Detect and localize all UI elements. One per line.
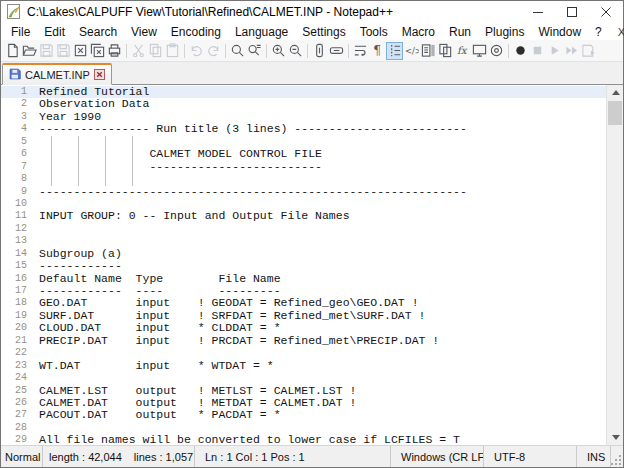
code-tags-icon: </>	[404, 43, 419, 58]
editor-line-21[interactable]: 21PRECIP.DAT input ! PRCDAT = Refined_me…	[1, 335, 606, 347]
menu-item-language[interactable]: Language	[228, 24, 295, 40]
editor-line-18[interactable]: 18GEO.DAT input ! GEODAT = Refined_geo\G…	[1, 297, 606, 309]
sync-scroll-horizontal-icon	[329, 43, 344, 58]
toolbar-separator	[508, 44, 509, 58]
copy-button	[147, 42, 164, 60]
cut-button	[130, 42, 147, 60]
menu-item-search[interactable]: Search	[72, 24, 124, 40]
line-text: ------------	[31, 260, 606, 272]
editor-line-27[interactable]: 27PACOUT.DAT output * PACDAT = *	[1, 409, 606, 421]
save-all-icon	[56, 43, 71, 58]
close-all-documents-button[interactable]	[89, 42, 106, 60]
function-list-button[interactable]: fx	[454, 42, 471, 60]
toolbar-separator	[348, 44, 349, 58]
line-number: 18	[1, 297, 31, 309]
open-file-button[interactable]	[21, 42, 38, 60]
editor-line-6[interactable]: 6 CALMET MODEL CONTROL FILE	[1, 148, 606, 160]
editor-lines: 1Refined Tutorial2Observation Data3Year …	[1, 86, 606, 445]
tab-bar: CALMET.INP	[1, 62, 623, 85]
indent-guide-line	[51, 148, 52, 160]
status-lines: lines : 1,057	[134, 451, 193, 463]
title-bar: C:\Lakes\CALPUFF View\Tutorial\Refined\C…	[1, 1, 623, 23]
line-number: 8	[1, 173, 31, 185]
show-indent-guide-button[interactable]	[386, 42, 403, 60]
document-map-button[interactable]	[420, 42, 437, 60]
record-macro-button[interactable]	[512, 42, 529, 60]
menubar-close-button[interactable]: X	[609, 26, 624, 38]
editor-line-7[interactable]: 7 -------------------------	[1, 161, 606, 173]
new-file-button[interactable]	[4, 42, 21, 60]
editor-line-22[interactable]: 22	[1, 347, 606, 359]
find-button[interactable]	[229, 42, 246, 60]
editor-line-29[interactable]: 29All file names will be converted to lo…	[1, 434, 606, 445]
line-text: CLOUD.DAT input * CLDDAT = *	[31, 322, 606, 334]
minimize-button[interactable]	[521, 1, 555, 23]
menu-item-window[interactable]: Window	[531, 24, 588, 40]
editor-line-4[interactable]: 4---------------- Run title (3 lines) --…	[1, 123, 606, 135]
monitoring-button[interactable]	[471, 42, 488, 60]
text-editor[interactable]: 1Refined Tutorial2Observation Data3Year …	[1, 85, 623, 445]
sync-scroll-vertical-button[interactable]	[311, 42, 328, 60]
menu-item-view[interactable]: View	[124, 24, 164, 40]
word-wrap-button[interactable]	[352, 42, 369, 60]
editor-line-2[interactable]: 2Observation Data	[1, 98, 606, 110]
menu-item-plugins[interactable]: Plugins	[478, 24, 531, 40]
copy-icon	[148, 43, 163, 58]
editor-line-11[interactable]: 11INPUT GROUP: 0 -- Input and Output Fil…	[1, 210, 606, 222]
paste-icon	[165, 43, 180, 58]
editor-line-24[interactable]: 24	[1, 372, 606, 384]
line-number: 12	[1, 223, 31, 235]
maximize-button[interactable]	[555, 1, 589, 23]
indent-guide-line	[132, 173, 133, 185]
menu-item-edit[interactable]: Edit	[37, 24, 72, 40]
line-number: 5	[1, 136, 31, 148]
print-button[interactable]	[106, 42, 123, 60]
menu-item-macro[interactable]: Macro	[395, 24, 442, 40]
redo-button	[205, 42, 222, 60]
show-all-characters-button[interactable]: ¶	[369, 42, 386, 60]
replace-icon	[247, 43, 262, 58]
line-number: 2	[1, 98, 31, 110]
notepad-plus-plus-app-icon	[6, 4, 22, 20]
editor-line-9[interactable]: 9---------------------------------------…	[1, 186, 606, 198]
menu-item-tools[interactable]: Tools	[353, 24, 395, 40]
maximize-icon	[567, 7, 577, 17]
close-button[interactable]	[589, 1, 623, 23]
line-number: 28	[1, 422, 31, 434]
editor-line-23[interactable]: 23WT.DAT input * WTDAT = *	[1, 360, 606, 372]
editor-line-13[interactable]: 13	[1, 235, 606, 247]
document-list-button[interactable]	[437, 42, 454, 60]
close-document-button[interactable]	[72, 42, 89, 60]
tab-close-icon[interactable]	[94, 66, 105, 84]
zoom-in-button[interactable]	[270, 42, 287, 60]
line-text: PRECIP.DAT input ! PRCDAT = Refined_met\…	[31, 335, 606, 347]
menu-item-help[interactable]: ?	[588, 24, 609, 40]
line-number: 15	[1, 260, 31, 272]
menu-item-settings[interactable]: Settings	[295, 24, 352, 40]
menu-item-file[interactable]: File	[4, 24, 37, 40]
line-number: 24	[1, 372, 31, 384]
editor-line-12[interactable]: 12	[1, 223, 606, 235]
replace-button[interactable]	[246, 42, 263, 60]
window-title: C:\Lakes\CALPUFF View\Tutorial\Refined\C…	[27, 5, 521, 19]
menu-item-encoding[interactable]: Encoding	[164, 24, 228, 40]
aperture-icon	[489, 43, 504, 58]
resize-grip[interactable]	[611, 446, 623, 467]
vertical-scrollbar[interactable]	[606, 85, 623, 445]
scroll-up-button[interactable]	[607, 85, 623, 100]
line-number: 3	[1, 111, 31, 123]
code-tags-button[interactable]: </>	[403, 42, 420, 60]
sync-scroll-horizontal-button[interactable]	[328, 42, 345, 60]
aperture-button[interactable]	[488, 42, 505, 60]
zoom-out-icon	[288, 43, 303, 58]
scroll-down-button[interactable]	[607, 430, 623, 445]
status-encoding: UTF-8	[484, 446, 577, 467]
editor-line-15[interactable]: 15------------	[1, 260, 606, 272]
menu-item-run[interactable]: Run	[442, 24, 478, 40]
tab-calmet-inp[interactable]: CALMET.INP	[2, 63, 112, 85]
editor-line-8[interactable]: 8	[1, 173, 606, 185]
scrollbar-thumb[interactable]	[608, 101, 622, 125]
editor-line-20[interactable]: 20CLOUD.DAT input * CLDDAT = *	[1, 322, 606, 334]
tab-label: CALMET.INP	[25, 69, 90, 81]
zoom-out-button[interactable]	[287, 42, 304, 60]
